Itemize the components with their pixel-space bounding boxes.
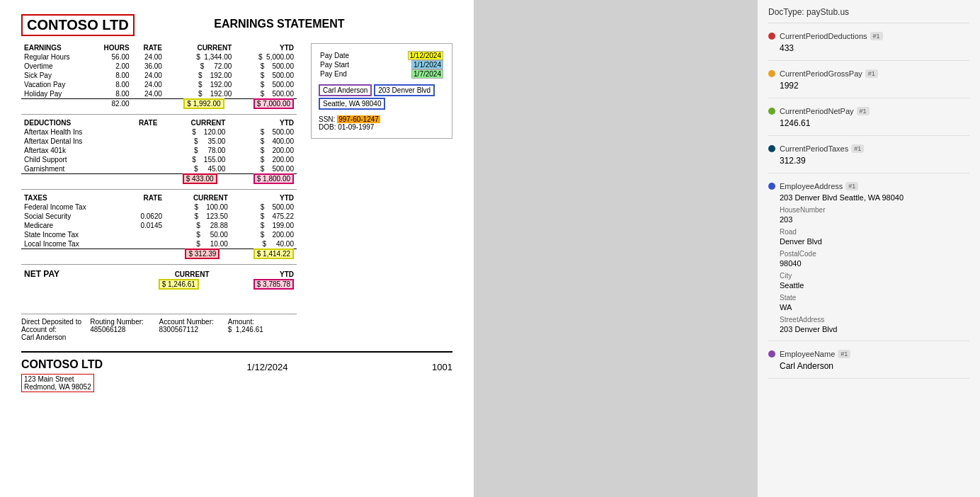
dd-name: Carl Anderson [21, 333, 90, 341]
hours-col-header: HOURS [90, 43, 132, 52]
doc-type-label: DocType: [768, 7, 807, 17]
doc-type-value: payStub.us [807, 7, 849, 17]
amount-value: $ 1,246.61 [228, 326, 297, 333]
bottom-company-section: CONTOSO LTD 123 Main StreetRedmond, WA 9… [21, 351, 452, 392]
sub-prop-postal-code: PostalCode 98040 [780, 250, 969, 268]
dd-label: Direct Deposited to Account of: [21, 318, 90, 333]
pay-stub-box: Pay Date 1/12/2024 Pay Start 1/1/2024 Pa… [311, 43, 452, 139]
prop-dot-empname [768, 350, 775, 358]
prop-badge-address: #1 [845, 182, 858, 190]
table-row: Aftertax Dental Ins$ 35.00$ 400.00 [21, 137, 297, 146]
prop-dot-netpay [768, 108, 775, 115]
current-col-header: CURRENT [165, 43, 234, 52]
employee-address1-box: 203 Denver Blvd [374, 84, 435, 96]
prop-value-empname: Carl Anderson [780, 361, 969, 371]
direct-deposit-section: Direct Deposited to Account of: Carl And… [21, 314, 297, 341]
document-viewer: CONTOSO LTD EARNINGS STATEMENT EARNINGS … [0, 0, 474, 497]
sub-prop-state: State WA [780, 294, 969, 312]
prop-badge-taxes: #1 [851, 144, 864, 153]
net-pay-row: $ 1,246.61 $ 3,785.78 [21, 280, 297, 289]
prop-dot-address [768, 183, 775, 190]
earnings-total-row: 82.00 $ 1,992.00 $ 7,000.00 [21, 99, 297, 109]
earnings-col-header: EARNINGS [21, 43, 90, 52]
deductions-total-row: $ 433.00 $ 1,800.00 [21, 174, 297, 184]
account-value: 8300567112 [159, 326, 228, 333]
table-row: Holiday Pay8.0024.00$ 192.00$ 500.00 [21, 89, 297, 99]
rate-col-header: RATE [132, 43, 165, 52]
middle-area [474, 0, 758, 497]
bottom-company-address: 123 Main StreetRedmond, WA 98052 [21, 374, 94, 392]
prop-value-grosspay: 1992 [780, 81, 969, 91]
prop-badge-netpay: #1 [857, 107, 870, 115]
table-row: Federal Income Tax$ 100.00$ 500.00 [21, 202, 297, 212]
prop-badge-grosspay: #1 [865, 69, 878, 78]
sub-prop-road: Road Denver Blvd [780, 228, 969, 246]
taxes-table: TAXES RATE CURRENT YTD Federal Income Ta… [21, 193, 297, 258]
prop-current-period-taxes: CurrentPeriodTaxes #1 312.39 [768, 144, 969, 173]
prop-value-deductions: 433 [780, 43, 969, 53]
table-row: Child Support$ 155.00$ 200.00 [21, 155, 297, 164]
bottom-date: 1/12/2024 [247, 362, 288, 372]
table-row: State Income Tax$ 50.00$ 200.00 [21, 230, 297, 239]
prop-employee-name: EmployeeName #1 Carl Anderson [768, 350, 969, 379]
table-row: Social Security0.0620$ 123.50$ 475.22 [21, 212, 297, 221]
prop-employee-address: EmployeeAddress #1 203 Denver Blvd Seatt… [768, 182, 969, 341]
prop-value-netpay: 1246.61 [780, 118, 969, 128]
dob-line: DOB: 01-09-1997 [319, 123, 445, 131]
sub-prop-street-address: StreetAddress 203 Denver Blvd [780, 316, 969, 333]
prop-current-period-deductions: CurrentPeriodDeductions #1 433 [768, 32, 969, 61]
pay-start-value: 1/1/2024 [411, 60, 443, 69]
ytd-col-header: YTD [234, 43, 297, 52]
table-row: Aftertax 401k$ 78.00$ 200.00 [21, 146, 297, 155]
amount-label: Amount: [228, 318, 297, 326]
prop-name-taxes: CurrentPeriodTaxes [780, 144, 848, 153]
doc-type-row: DocType: payStub.us [768, 7, 969, 23]
pay-end-value: 1/7/2024 [411, 69, 443, 79]
earnings-title: EARNINGS STATEMENT [135, 14, 424, 30]
table-row: Local Income Tax$ 10.00$ 40.00 [21, 239, 297, 249]
prop-value-taxes: 312.39 [780, 156, 969, 166]
prop-name-netpay: CurrentPeriodNetPay [780, 107, 854, 115]
account-label: Account Number: [159, 318, 228, 326]
prop-name-address: EmployeeAddress [780, 182, 843, 190]
routing-value: 485066128 [90, 326, 159, 333]
table-row: Garnishment$ 45.00$ 500.00 [21, 164, 297, 174]
table-row: Aftertax Health Ins$ 120.00$ 500.00 [21, 127, 297, 137]
taxes-total-row: $ 312.39 $ 1,414.22 [21, 249, 297, 259]
deductions-table: DEDUCTIONS RATE CURRENT YTD Aftertax Hea… [21, 118, 297, 183]
pay-date-value: 1/12/2024 [408, 51, 444, 60]
employee-address2-box: Seattle, WA 98040 [319, 98, 385, 110]
company-name: CONTOSO LTD [21, 14, 135, 36]
ssn-line: SSN: 997-60-1247 [319, 115, 445, 123]
prop-current-period-gross-pay: CurrentPeriodGrossPay #1 1992 [768, 69, 969, 98]
sub-prop-house-number: HouseNumber 203 [780, 206, 969, 224]
prop-dot-deductions [768, 33, 775, 40]
net-pay-table: NET PAY CURRENT YTD $ 1,246.61 $ 3,785.7… [21, 268, 297, 289]
table-row: Medicare0.0145$ 28.88$ 199.00 [21, 221, 297, 230]
table-row: Vacation Pay8.0024.00$ 192.00$ 500.00 [21, 80, 297, 89]
sub-prop-city: City Seattle [780, 272, 969, 290]
properties-panel: DocType: payStub.us CurrentPeriodDeducti… [758, 0, 980, 497]
bottom-company-name: CONTOSO LTD [21, 358, 103, 371]
prop-address-full: 203 Denver Blvd Seattle, WA 98040 [780, 193, 969, 202]
bottom-number: 1001 [432, 362, 452, 372]
prop-dot-grosspay [768, 70, 775, 77]
table-row: Sick Pay8.0024.00$ 192.00$ 500.00 [21, 71, 297, 80]
earnings-table: EARNINGS HOURS RATE CURRENT YTD Regular … [21, 43, 297, 108]
prop-badge-empname: #1 [838, 350, 850, 358]
prop-name-grosspay: CurrentPeriodGrossPay [780, 69, 862, 78]
prop-name-empname: EmployeeName [780, 350, 835, 358]
prop-badge-deductions: #1 [870, 32, 883, 40]
table-row: Overtime2.0036.00$ 72.00$ 500.00 [21, 62, 297, 71]
prop-dot-taxes [768, 145, 775, 152]
routing-label: Routing Number: [90, 318, 159, 326]
table-row: Regular Hours56.0024.00$ 1,344.00$ 5,000… [21, 52, 297, 62]
employee-name-box: Carl Anderson [319, 84, 372, 96]
prop-name-deductions: CurrentPeriodDeductions [780, 32, 867, 40]
prop-current-period-net-pay: CurrentPeriodNetPay #1 1246.61 [768, 107, 969, 136]
